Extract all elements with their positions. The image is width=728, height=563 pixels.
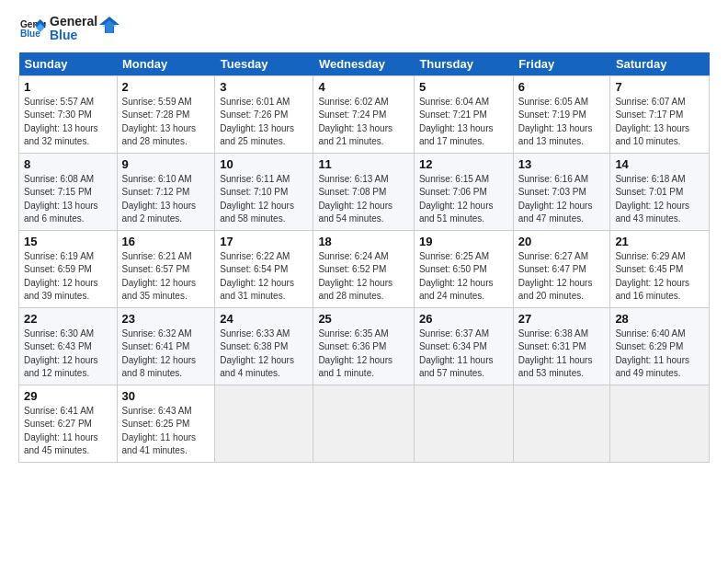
day-number: 3 (220, 80, 308, 94)
day-info: Sunrise: 6:40 AMSunset: 6:29 PMDaylight:… (615, 327, 704, 381)
day-info: Sunrise: 6:33 AMSunset: 6:38 PMDaylight:… (220, 327, 308, 381)
day-info: Sunrise: 6:01 AMSunset: 7:26 PMDaylight:… (220, 96, 308, 149)
day-cell: 12Sunrise: 6:15 AMSunset: 7:06 PMDayligh… (414, 153, 513, 230)
day-number: 14 (615, 157, 704, 171)
day-cell: 21Sunrise: 6:29 AMSunset: 6:45 PMDayligh… (610, 230, 710, 307)
day-cell (313, 385, 415, 462)
day-info: Sunrise: 6:22 AMSunset: 6:54 PMDaylight:… (220, 250, 308, 304)
day-cell: 2Sunrise: 5:59 AMSunset: 7:28 PMDaylight… (117, 75, 215, 153)
day-info: Sunrise: 6:04 AMSunset: 7:21 PMDaylight:… (419, 96, 508, 149)
week-row-2: 8Sunrise: 6:08 AMSunset: 7:15 PMDaylight… (19, 153, 710, 230)
day-number: 16 (122, 235, 210, 248)
day-number: 4 (318, 80, 409, 94)
day-cell: 16Sunrise: 6:21 AMSunset: 6:57 PMDayligh… (117, 230, 215, 307)
day-cell: 5Sunrise: 6:04 AMSunset: 7:21 PMDaylight… (414, 75, 513, 153)
day-cell: 14Sunrise: 6:18 AMSunset: 7:01 PMDayligh… (610, 153, 710, 230)
day-cell: 26Sunrise: 6:37 AMSunset: 6:34 PMDayligh… (414, 307, 513, 385)
day-number: 11 (318, 157, 409, 171)
day-number: 28 (615, 312, 704, 326)
day-info: Sunrise: 6:10 AMSunset: 7:12 PMDaylight:… (122, 173, 210, 226)
day-cell: 8Sunrise: 6:08 AMSunset: 7:15 PMDaylight… (19, 153, 118, 230)
week-row-1: 1Sunrise: 5:57 AMSunset: 7:30 PMDaylight… (19, 75, 710, 153)
day-info: Sunrise: 6:38 AMSunset: 6:31 PMDaylight:… (518, 327, 606, 381)
day-info: Sunrise: 6:08 AMSunset: 7:15 PMDaylight:… (24, 173, 112, 226)
day-cell: 25Sunrise: 6:35 AMSunset: 6:36 PMDayligh… (313, 307, 415, 385)
day-number: 23 (122, 312, 210, 326)
weekday-header-sunday: Sunday (19, 52, 118, 76)
day-number: 29 (24, 389, 112, 403)
week-row-4: 22Sunrise: 6:30 AMSunset: 6:43 PMDayligh… (19, 307, 710, 385)
header: General Blue General Blue (18, 15, 710, 43)
day-cell: 28Sunrise: 6:40 AMSunset: 6:29 PMDayligh… (610, 307, 710, 385)
day-number: 10 (220, 157, 308, 171)
weekday-header-row: SundayMondayTuesdayWednesdayThursdayFrid… (19, 52, 710, 76)
day-cell: 17Sunrise: 6:22 AMSunset: 6:54 PMDayligh… (215, 230, 313, 307)
day-number: 9 (122, 157, 210, 171)
day-info: Sunrise: 6:29 AMSunset: 6:45 PMDaylight:… (615, 250, 704, 304)
day-info: Sunrise: 6:05 AMSunset: 7:19 PMDaylight:… (518, 96, 606, 149)
day-cell: 4Sunrise: 6:02 AMSunset: 7:24 PMDaylight… (313, 75, 415, 153)
day-number: 25 (318, 312, 409, 326)
calendar-table: SundayMondayTuesdayWednesdayThursdayFrid… (18, 52, 710, 463)
day-number: 21 (615, 235, 704, 248)
weekday-header-saturday: Saturday (610, 52, 710, 76)
week-row-3: 15Sunrise: 6:19 AMSunset: 6:59 PMDayligh… (19, 230, 710, 307)
day-cell: 19Sunrise: 6:25 AMSunset: 6:50 PMDayligh… (414, 230, 513, 307)
day-info: Sunrise: 6:16 AMSunset: 7:03 PMDaylight:… (518, 173, 606, 226)
day-number: 24 (220, 312, 308, 326)
weekday-header-friday: Friday (513, 52, 610, 76)
day-cell: 27Sunrise: 6:38 AMSunset: 6:31 PMDayligh… (513, 307, 610, 385)
logo-bird-icon (99, 15, 119, 35)
day-info: Sunrise: 6:25 AMSunset: 6:50 PMDaylight:… (419, 250, 508, 304)
day-info: Sunrise: 6:19 AMSunset: 6:59 PMDaylight:… (24, 250, 112, 304)
day-number: 1 (24, 80, 112, 94)
day-cell: 23Sunrise: 6:32 AMSunset: 6:41 PMDayligh… (117, 307, 215, 385)
day-info: Sunrise: 6:11 AMSunset: 7:10 PMDaylight:… (220, 173, 308, 226)
logo: General Blue General Blue (18, 15, 119, 43)
page: General Blue General Blue Sun (0, 0, 728, 472)
day-cell: 9Sunrise: 6:10 AMSunset: 7:12 PMDaylight… (117, 153, 215, 230)
day-cell (610, 385, 710, 462)
day-info: Sunrise: 6:24 AMSunset: 6:52 PMDaylight:… (318, 250, 409, 304)
day-info: Sunrise: 5:57 AMSunset: 7:30 PMDaylight:… (24, 96, 112, 149)
weekday-header-thursday: Thursday (414, 52, 513, 76)
day-cell: 6Sunrise: 6:05 AMSunset: 7:19 PMDaylight… (513, 75, 610, 153)
day-cell: 13Sunrise: 6:16 AMSunset: 7:03 PMDayligh… (513, 153, 610, 230)
day-info: Sunrise: 6:27 AMSunset: 6:47 PMDaylight:… (518, 250, 606, 304)
day-cell: 24Sunrise: 6:33 AMSunset: 6:38 PMDayligh… (215, 307, 313, 385)
day-info: Sunrise: 6:32 AMSunset: 6:41 PMDaylight:… (122, 327, 210, 381)
day-info: Sunrise: 6:02 AMSunset: 7:24 PMDaylight:… (318, 96, 409, 149)
day-info: Sunrise: 6:35 AMSunset: 6:36 PMDaylight:… (318, 327, 409, 381)
day-number: 8 (24, 157, 112, 171)
day-cell (513, 385, 610, 462)
day-cell: 3Sunrise: 6:01 AMSunset: 7:26 PMDaylight… (215, 75, 313, 153)
day-info: Sunrise: 6:13 AMSunset: 7:08 PMDaylight:… (318, 173, 409, 226)
day-cell (215, 385, 313, 462)
day-info: Sunrise: 6:43 AMSunset: 6:25 PMDaylight:… (122, 405, 210, 458)
day-info: Sunrise: 6:18 AMSunset: 7:01 PMDaylight:… (615, 173, 704, 226)
day-cell: 7Sunrise: 6:07 AMSunset: 7:17 PMDaylight… (610, 75, 710, 153)
day-cell (414, 385, 513, 462)
day-number: 15 (24, 235, 112, 248)
day-number: 2 (122, 80, 210, 94)
day-cell: 15Sunrise: 6:19 AMSunset: 6:59 PMDayligh… (19, 230, 118, 307)
day-cell: 22Sunrise: 6:30 AMSunset: 6:43 PMDayligh… (19, 307, 118, 385)
weekday-header-monday: Monday (117, 52, 215, 76)
day-cell: 18Sunrise: 6:24 AMSunset: 6:52 PMDayligh… (313, 230, 415, 307)
day-number: 17 (220, 235, 308, 248)
day-number: 18 (318, 235, 409, 248)
day-cell: 30Sunrise: 6:43 AMSunset: 6:25 PMDayligh… (117, 385, 215, 462)
day-info: Sunrise: 6:37 AMSunset: 6:34 PMDaylight:… (419, 327, 508, 381)
day-number: 27 (518, 312, 606, 326)
day-number: 30 (122, 389, 210, 403)
day-number: 22 (24, 312, 112, 326)
day-info: Sunrise: 6:21 AMSunset: 6:57 PMDaylight:… (122, 250, 210, 304)
day-number: 7 (615, 80, 704, 94)
day-number: 19 (419, 235, 508, 248)
day-number: 20 (518, 235, 606, 248)
day-number: 26 (419, 312, 508, 326)
day-cell: 20Sunrise: 6:27 AMSunset: 6:47 PMDayligh… (513, 230, 610, 307)
day-info: Sunrise: 6:07 AMSunset: 7:17 PMDaylight:… (615, 96, 704, 149)
day-number: 13 (518, 157, 606, 171)
svg-text:Blue: Blue (20, 29, 40, 40)
